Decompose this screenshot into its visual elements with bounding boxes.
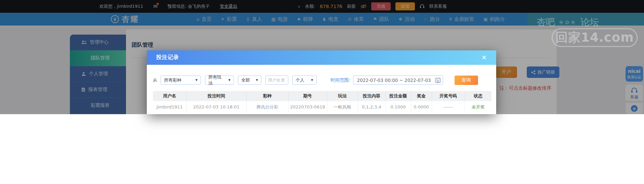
- col-prize[interactable]: 奖金: [411, 91, 432, 101]
- cell-prize: 0.0000: [411, 101, 432, 113]
- cell-amount: 0.1000: [385, 101, 411, 113]
- modal-header: 投注记录 ✕: [147, 50, 496, 65]
- scope-select[interactable]: 全部▼: [238, 76, 261, 85]
- chevron-down-icon: ▼: [228, 79, 230, 82]
- time-range-label: 时间范围:: [331, 77, 350, 83]
- col-bet-time[interactable]: 投注时间: [186, 91, 246, 101]
- table-header-row: 用户名 投注时间 彩种 期号 玩法 投注内容 投注金额 奖金 开奖号码 状态: [153, 91, 491, 101]
- chevron-down-icon: ▼: [256, 79, 258, 82]
- lottery-type-select[interactable]: 所有彩种▼: [161, 76, 201, 85]
- cell-lottery: 腾讯分分彩: [246, 101, 288, 113]
- username-search-input[interactable]: [265, 76, 288, 85]
- target-select[interactable]: 个人▼: [292, 76, 316, 85]
- col-content[interactable]: 投注内容: [358, 91, 385, 101]
- page: 欢迎您，jimbird1911 ✉ 预留信息: 会飞的燕子 安全退出 ∨ 余额:…: [0, 0, 644, 184]
- time-range-field: [353, 76, 443, 85]
- table-row: jimbird1911 2022-07-03 10:18:01 腾讯分分彩 20…: [153, 101, 491, 113]
- filter-bar: 从 所有彩种▼ 所有玩法▼ 全部▼ 个人▼ 时间范围: 查询: [153, 76, 478, 85]
- cell-play: 一帆风顺: [327, 101, 358, 113]
- col-amount[interactable]: 投注金额: [385, 91, 411, 101]
- cell-status: 未开奖: [465, 101, 491, 113]
- col-lottery[interactable]: 彩种: [246, 91, 288, 101]
- calendar-icon[interactable]: [435, 77, 441, 83]
- col-play[interactable]: 玩法: [327, 91, 358, 101]
- chevron-down-icon: ▼: [311, 79, 313, 82]
- cell-issue: 20220703-0619: [288, 101, 327, 113]
- bet-records-modal: 投注记录 ✕ 从 所有彩种▼ 所有玩法▼ 全部▼ 个人▼ 时间范围: 查询 用户…: [147, 50, 496, 114]
- from-label: 从: [153, 77, 157, 83]
- modal-title: 投注记录: [156, 54, 179, 61]
- col-issue[interactable]: 期号: [288, 91, 327, 101]
- chevron-down-icon: ▼: [196, 79, 198, 82]
- cell-draw-number: ------: [432, 101, 465, 113]
- close-icon[interactable]: ✕: [481, 54, 487, 61]
- col-draw-number[interactable]: 开奖号码: [432, 91, 465, 101]
- play-type-select[interactable]: 所有玩法▼: [205, 76, 234, 85]
- cell-bet-time: 2022-07-03 10:18:01: [186, 101, 246, 113]
- bet-records-table: 用户名 投注时间 彩种 期号 玩法 投注内容 投注金额 奖金 开奖号码 状态 j…: [153, 91, 491, 113]
- col-username[interactable]: 用户名: [153, 91, 186, 101]
- cell-username: jimbird1911: [153, 101, 186, 113]
- time-range-input[interactable]: [353, 76, 443, 85]
- col-status[interactable]: 状态: [465, 91, 491, 101]
- search-button[interactable]: 查询: [455, 76, 478, 85]
- cell-content: 0,1,2,3,4: [358, 101, 385, 113]
